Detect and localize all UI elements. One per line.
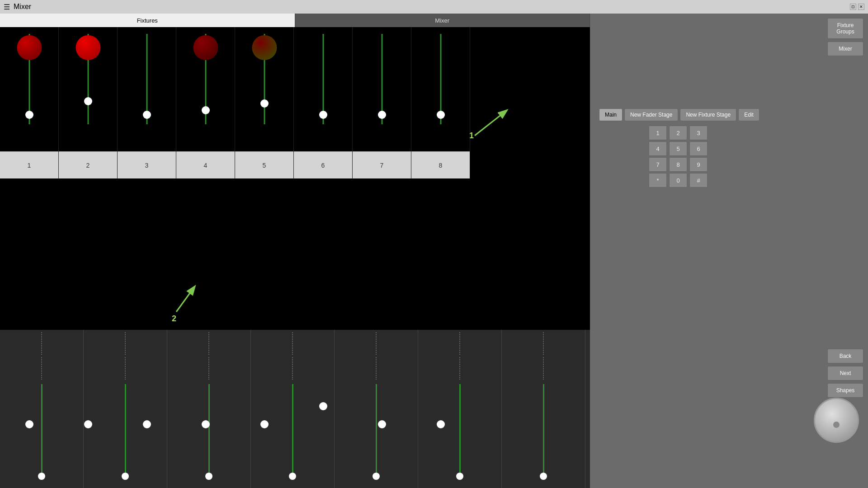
dial-indicator bbox=[833, 422, 840, 428]
channel-label-3: 3 bbox=[118, 151, 176, 178]
channel-label-5: 5 bbox=[235, 151, 293, 178]
channel-label-8: 8 bbox=[411, 151, 470, 178]
tab-mixer[interactable]: Mixer bbox=[295, 14, 590, 27]
channel-strip-8: 8 bbox=[411, 27, 470, 178]
bottom-channel-e bbox=[335, 330, 418, 488]
key-hash[interactable]: # bbox=[689, 173, 708, 188]
sidebar-buttons: Fixture Groups Mixer bbox=[827, 18, 863, 56]
mixer-button[interactable]: Mixer bbox=[827, 42, 863, 56]
fader-area-2[interactable] bbox=[59, 27, 117, 151]
big-dial[interactable] bbox=[814, 398, 859, 443]
topbar: ☰ Mixer ⊡ ✕ bbox=[0, 0, 868, 14]
shapes-button[interactable]: Shapes bbox=[827, 383, 863, 398]
fader-area-8[interactable] bbox=[411, 27, 470, 151]
bottom-channel-b bbox=[84, 330, 167, 488]
fader-area-6[interactable] bbox=[294, 27, 352, 151]
nav-buttons: Back Next Shapes bbox=[827, 349, 863, 398]
channel-strip-2: 2 bbox=[59, 27, 118, 178]
fader-area-5[interactable] bbox=[235, 27, 293, 151]
key-4[interactable]: 4 bbox=[649, 141, 667, 156]
bottom-channel-c bbox=[167, 330, 251, 488]
close-button[interactable]: ✕ bbox=[858, 4, 864, 10]
new-fixture-stage-button[interactable]: New Fixture Stage bbox=[680, 108, 736, 121]
key-3[interactable]: 3 bbox=[689, 126, 708, 140]
channel-label-7: 7 bbox=[353, 151, 411, 178]
fader-area-3[interactable] bbox=[118, 27, 176, 151]
next-button[interactable]: Next bbox=[827, 366, 863, 380]
mixer-tabs: Fixtures Mixer bbox=[0, 14, 590, 27]
channel-strip-7: 7 bbox=[353, 27, 411, 178]
app-title: Mixer bbox=[14, 3, 31, 11]
right-panel: Fixture Groups Mixer Main New Fader Stag… bbox=[590, 14, 868, 488]
key-2[interactable]: 2 bbox=[669, 126, 687, 140]
channel-strip-4: 4 bbox=[176, 27, 235, 178]
channel-strip-3: 3 bbox=[118, 27, 176, 178]
restore-button[interactable]: ⊡ bbox=[850, 4, 856, 10]
key-1[interactable]: 1 bbox=[649, 126, 667, 140]
back-button[interactable]: Back bbox=[827, 349, 863, 363]
channel-label-2: 2 bbox=[59, 151, 117, 178]
channel-strip-6: 6 bbox=[294, 27, 353, 178]
key-7[interactable]: 7 bbox=[649, 157, 667, 172]
key-5[interactable]: 5 bbox=[669, 141, 687, 156]
key-9[interactable]: 9 bbox=[689, 157, 708, 172]
key-0[interactable]: 0 bbox=[669, 173, 687, 188]
numpad: 1 2 3 4 5 6 7 8 9 * 0 # bbox=[640, 126, 863, 188]
channel-strip-1: 1 bbox=[0, 27, 59, 178]
main-button[interactable]: Main bbox=[599, 108, 623, 121]
channel-label-6: 6 bbox=[294, 151, 352, 178]
bottom-mixer-area bbox=[0, 330, 590, 488]
fixture-groups-button[interactable]: Fixture Groups bbox=[827, 18, 863, 39]
fader-area-4[interactable] bbox=[176, 27, 235, 151]
channel-row-1: 1 2 3 4 bbox=[0, 27, 590, 178]
hamburger-icon[interactable]: ☰ bbox=[4, 3, 10, 11]
fader-area-7[interactable] bbox=[353, 27, 411, 151]
key-8[interactable]: 8 bbox=[669, 157, 687, 172]
bottom-channel-g bbox=[502, 330, 585, 488]
edit-button[interactable]: Edit bbox=[738, 108, 760, 121]
fader-area-1[interactable] bbox=[0, 27, 58, 151]
key-6[interactable]: 6 bbox=[689, 141, 708, 156]
bottom-channel-f bbox=[418, 330, 502, 488]
new-fader-stage-button[interactable]: New Fader Stage bbox=[624, 108, 678, 121]
mixer-window: Fixtures Mixer 1 2 bbox=[0, 14, 590, 330]
stage-buttons: Main New Fader Stage New Fixture Stage E… bbox=[594, 108, 863, 126]
channel-label-1: 1 bbox=[0, 151, 58, 178]
channel-strip-5: 5 bbox=[235, 27, 294, 178]
window-controls: ⊡ ✕ bbox=[850, 4, 864, 10]
tab-fixtures[interactable]: Fixtures bbox=[0, 14, 295, 27]
bottom-channel-a bbox=[0, 330, 84, 488]
key-star[interactable]: * bbox=[649, 173, 667, 188]
channel-label-4: 4 bbox=[176, 151, 235, 178]
